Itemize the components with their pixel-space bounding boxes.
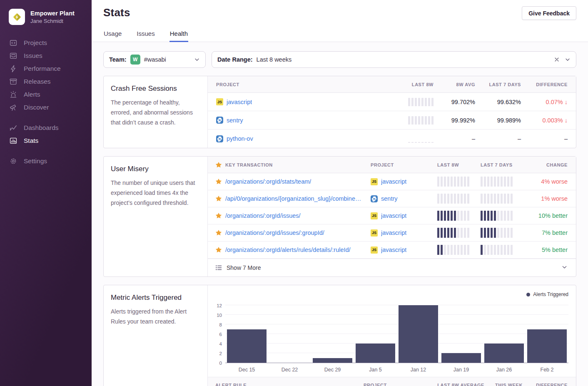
javascript-project-icon: JS <box>371 229 378 237</box>
sparkline <box>481 228 526 238</box>
sidebar: Empower Plant Jane Schmidt Projects Issu… <box>0 0 92 386</box>
sidebar-item-issues[interactable]: Issues <box>10 49 92 62</box>
releases-icon <box>10 78 17 85</box>
crash-free-description: Crash Free Sessions The percentage of he… <box>104 76 208 148</box>
sidebar-item-settings[interactable]: Settings <box>10 154 92 167</box>
col-project: PROJECT <box>216 82 388 87</box>
sparkline <box>437 228 481 238</box>
date-range-select[interactable]: Date Range: Last 8 weeks <box>212 51 576 68</box>
performance-icon <box>10 65 17 72</box>
y-tick-label: 10 <box>217 313 222 318</box>
tab-health[interactable]: Health <box>169 26 188 42</box>
panel-subtitle: The number of unique users that experien… <box>111 178 199 208</box>
project-link[interactable]: javascript <box>381 247 406 253</box>
star-icon[interactable] <box>215 212 222 219</box>
org-meta: Empower Plant Jane Schmidt <box>30 10 75 24</box>
sidebar-item-label: Performance <box>24 65 61 72</box>
dashboards-icon <box>10 124 17 132</box>
sidebar-item-stats[interactable]: Stats <box>10 134 92 147</box>
tab-issues[interactable]: Issues <box>136 26 155 42</box>
show-more-label: Show 7 More <box>227 264 261 271</box>
sparkline <box>481 211 526 221</box>
sparkline <box>437 245 481 255</box>
sidebar-item-performance[interactable]: Performance <box>10 62 92 75</box>
chart-x-labels: Dec 15Dec 22Dec 29Jan 5Jan 12Jan 19Jan 2… <box>225 363 568 377</box>
star-icon[interactable] <box>215 178 222 185</box>
project-link[interactable]: javascript <box>381 229 406 236</box>
x-tick-label: Dec 15 <box>225 367 268 377</box>
transaction-link[interactable]: /organizations/:orgId/issues/:groupId/ <box>225 229 324 236</box>
project-link[interactable]: sentry <box>381 195 398 202</box>
sidebar-item-label: Releases <box>24 78 51 85</box>
sidebar-item-projects[interactable]: Projects <box>10 36 92 49</box>
avg-value: 99.992% <box>451 117 475 124</box>
col-last8w: LAST 8W <box>437 162 481 167</box>
user-name: Jane Schmidt <box>30 18 75 24</box>
star-icon[interactable] <box>215 229 222 236</box>
panel-subtitle: Alerts triggered from the Alert Rules yo… <box>111 306 199 326</box>
project-link[interactable]: python-ov <box>227 135 253 142</box>
sidebar-item-label: Alerts <box>24 91 40 98</box>
project-link[interactable]: javascript <box>227 99 252 105</box>
project-link[interactable]: javascript <box>381 178 406 185</box>
transaction-link[interactable]: /organizations/:orgId/alerts/rules/detai… <box>225 247 351 253</box>
transaction-link[interactable]: /organizations/:orgId/issues/ <box>225 212 301 219</box>
chart-bar <box>356 344 396 363</box>
col-change: CHANGE <box>546 162 568 167</box>
table-row: JS javascript 99.702% 99.632% 0.07% ↓ <box>208 93 576 111</box>
chevron-down-icon <box>561 264 568 270</box>
transaction-link[interactable]: /api/0/organizations/{organization_slug}… <box>225 195 361 202</box>
gear-icon <box>10 157 17 165</box>
star-icon <box>215 162 222 168</box>
user-misery-description: User Misery The number of unique users t… <box>104 157 208 276</box>
tab-usage[interactable]: Usage <box>103 26 122 42</box>
project-link[interactable]: javascript <box>381 212 406 219</box>
metric-alerts-description: Metric Alerts Triggered Alerts triggered… <box>104 285 208 386</box>
python-project-icon <box>216 117 223 124</box>
python-project-icon <box>371 195 378 202</box>
table-row: sentry 99.992% 99.989% 0.003% ↓ <box>208 111 576 129</box>
page-content: Team: W #wasabi Date Range: Last 8 weeks <box>92 42 588 386</box>
difference-value: 0.07% ↓ <box>546 99 568 105</box>
give-feedback-button[interactable]: Give Feedback <box>522 6 576 20</box>
legend-dot-icon <box>526 293 530 296</box>
sidebar-item-alerts[interactable]: Alerts <box>10 88 92 101</box>
panel-title: Metric Alerts Triggered <box>111 294 199 302</box>
chart-bar <box>313 358 353 363</box>
team-select[interactable]: Team: W #wasabi <box>103 51 206 68</box>
col-difference: DIFFERENCE <box>536 82 568 87</box>
chart-legend[interactable]: Alerts Triggered <box>210 291 568 298</box>
change-value: 7% better <box>542 229 568 236</box>
star-icon[interactable] <box>215 247 222 253</box>
avg-value: – <box>472 135 475 142</box>
chart-bar <box>399 305 439 363</box>
chart-y-axis: 024681012 <box>210 301 225 363</box>
chart-bar <box>441 353 481 363</box>
main-area: Stats Give Feedback Usage Issues Health … <box>92 0 588 386</box>
x-tick-label: Dec 29 <box>311 367 354 377</box>
javascript-project-icon: JS <box>371 178 378 185</box>
sparkline <box>437 211 481 221</box>
issues-icon <box>10 52 17 60</box>
clear-icon[interactable] <box>554 57 560 62</box>
col-8wavg: 8W AVG <box>456 82 475 87</box>
alerts-chart: Alerts Triggered 024681012 Dec 15Dec 22D… <box>208 285 576 377</box>
x-tick-label: Jan 5 <box>354 367 397 377</box>
team-avatar: W <box>130 55 140 65</box>
project-link[interactable]: sentry <box>227 117 243 124</box>
projects-icon <box>10 39 17 47</box>
chart-bar <box>227 329 267 363</box>
chart-bar <box>527 329 567 363</box>
star-icon[interactable] <box>215 195 222 202</box>
change-value: 10% better <box>538 212 568 219</box>
change-value: 5% better <box>542 247 568 253</box>
chart-bars <box>225 301 568 363</box>
sparkline <box>481 177 526 187</box>
sidebar-item-releases[interactable]: Releases <box>10 75 92 88</box>
chart-plot <box>225 301 568 363</box>
transaction-link[interactable]: /organizations/:orgId/stats/team/ <box>225 178 311 185</box>
sidebar-item-dashboards[interactable]: Dashboards <box>10 121 92 134</box>
org-switcher[interactable]: Empower Plant Jane Schmidt <box>0 0 92 25</box>
show-more-button[interactable]: Show 7 More <box>208 259 576 276</box>
sidebar-item-discover[interactable]: Discover <box>10 101 92 114</box>
